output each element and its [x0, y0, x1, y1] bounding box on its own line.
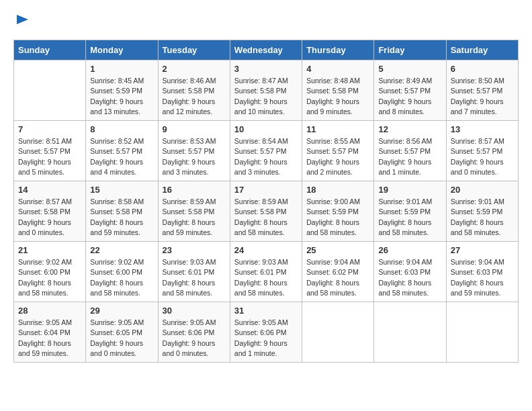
day-info: Sunrise: 9:02 AMSunset: 6:00 PMDaylight:…: [18, 257, 81, 298]
day-info: Sunrise: 8:48 AMSunset: 5:58 PMDaylight:…: [306, 76, 369, 117]
calendar-cell: 8Sunrise: 8:52 AMSunset: 5:57 PMDaylight…: [86, 121, 158, 181]
calendar-cell: 11Sunrise: 8:55 AMSunset: 5:57 PMDayligh…: [302, 121, 374, 181]
column-header-saturday: Saturday: [446, 40, 518, 60]
calendar-cell: 3Sunrise: 8:47 AMSunset: 5:58 PMDaylight…: [230, 60, 302, 121]
day-number: 17: [234, 185, 298, 195]
calendar-cell: 4Sunrise: 8:48 AMSunset: 5:58 PMDaylight…: [302, 60, 374, 121]
day-number: 13: [451, 124, 514, 134]
day-info: Sunrise: 8:45 AMSunset: 5:59 PMDaylight:…: [90, 76, 153, 117]
day-info: Sunrise: 8:57 AMSunset: 5:57 PMDaylight:…: [451, 136, 514, 177]
calendar-cell: 22Sunrise: 9:02 AMSunset: 6:00 PMDayligh…: [86, 242, 158, 302]
day-info: Sunrise: 8:49 AMSunset: 5:57 PMDaylight:…: [378, 76, 441, 117]
calendar-cell: 30Sunrise: 9:05 AMSunset: 6:06 PMDayligh…: [158, 302, 230, 363]
day-number: 29: [90, 306, 153, 316]
calendar-cell: 12Sunrise: 8:56 AMSunset: 5:57 PMDayligh…: [374, 121, 446, 181]
day-info: Sunrise: 9:04 AMSunset: 6:02 PMDaylight:…: [306, 257, 369, 298]
day-info: Sunrise: 8:56 AMSunset: 5:57 PMDaylight:…: [378, 136, 441, 177]
calendar-cell: 7Sunrise: 8:51 AMSunset: 5:57 PMDaylight…: [14, 121, 86, 181]
day-info: Sunrise: 8:46 AMSunset: 5:58 PMDaylight:…: [163, 76, 226, 117]
day-info: Sunrise: 8:53 AMSunset: 5:57 PMDaylight:…: [163, 136, 226, 177]
day-number: 14: [18, 185, 81, 195]
day-info: Sunrise: 9:02 AMSunset: 6:00 PMDaylight:…: [90, 257, 153, 298]
column-header-sunday: Sunday: [14, 40, 86, 60]
day-number: 21: [18, 245, 81, 255]
day-number: 22: [90, 245, 153, 255]
day-number: 26: [378, 245, 441, 255]
calendar-cell: 19Sunrise: 9:01 AMSunset: 5:59 PMDayligh…: [374, 181, 446, 242]
day-number: 31: [234, 306, 298, 316]
day-number: 23: [163, 245, 226, 255]
day-info: Sunrise: 9:05 AMSunset: 6:05 PMDaylight:…: [90, 318, 153, 359]
day-number: 25: [306, 245, 369, 255]
day-info: Sunrise: 9:05 AMSunset: 6:06 PMDaylight:…: [163, 318, 226, 359]
calendar-cell: 31Sunrise: 9:05 AMSunset: 6:06 PMDayligh…: [230, 302, 302, 363]
calendar-cell: 20Sunrise: 9:01 AMSunset: 5:59 PMDayligh…: [446, 181, 518, 242]
logo: [13, 13, 31, 33]
day-info: Sunrise: 9:05 AMSunset: 6:06 PMDaylight:…: [234, 318, 298, 359]
day-info: Sunrise: 8:52 AMSunset: 5:57 PMDaylight:…: [90, 136, 153, 177]
day-number: 3: [234, 64, 298, 74]
calendar-cell: 16Sunrise: 8:59 AMSunset: 5:58 PMDayligh…: [158, 181, 230, 242]
day-number: 19: [378, 185, 441, 195]
calendar-cell: 23Sunrise: 9:03 AMSunset: 6:01 PMDayligh…: [158, 242, 230, 302]
calendar-cell: 25Sunrise: 9:04 AMSunset: 6:02 PMDayligh…: [302, 242, 374, 302]
calendar-cell: 2Sunrise: 8:46 AMSunset: 5:58 PMDaylight…: [158, 60, 230, 121]
day-number: 24: [234, 245, 298, 255]
calendar-cell: [446, 302, 518, 363]
day-number: 28: [18, 306, 81, 316]
column-header-wednesday: Wednesday: [230, 40, 302, 60]
day-number: 27: [451, 245, 514, 255]
calendar-cell: 18Sunrise: 9:00 AMSunset: 5:59 PMDayligh…: [302, 181, 374, 242]
calendar-cell: 14Sunrise: 8:57 AMSunset: 5:58 PMDayligh…: [14, 181, 86, 242]
day-info: Sunrise: 8:55 AMSunset: 5:57 PMDaylight:…: [306, 136, 369, 177]
svg-marker-0: [17, 15, 28, 24]
calendar-cell: [302, 302, 374, 363]
calendar-cell: 29Sunrise: 9:05 AMSunset: 6:05 PMDayligh…: [86, 302, 158, 363]
day-number: 5: [378, 64, 441, 74]
calendar-cell: 21Sunrise: 9:02 AMSunset: 6:00 PMDayligh…: [14, 242, 86, 302]
calendar-cell: 10Sunrise: 8:54 AMSunset: 5:57 PMDayligh…: [230, 121, 302, 181]
day-number: 10: [234, 124, 298, 134]
calendar-cell: 9Sunrise: 8:53 AMSunset: 5:57 PMDaylight…: [158, 121, 230, 181]
day-info: Sunrise: 9:01 AMSunset: 5:59 PMDaylight:…: [378, 197, 441, 238]
calendar-cell: [14, 60, 86, 121]
column-header-monday: Monday: [86, 40, 158, 60]
day-number: 2: [163, 64, 226, 74]
column-header-friday: Friday: [374, 40, 446, 60]
logo-flag-icon: [15, 13, 31, 30]
day-number: 6: [451, 64, 514, 74]
day-number: 8: [90, 124, 153, 134]
day-info: Sunrise: 8:54 AMSunset: 5:57 PMDaylight:…: [234, 136, 298, 177]
day-info: Sunrise: 8:59 AMSunset: 5:58 PMDaylight:…: [234, 197, 298, 238]
day-info: Sunrise: 9:03 AMSunset: 6:01 PMDaylight:…: [163, 257, 226, 298]
day-info: Sunrise: 8:57 AMSunset: 5:58 PMDaylight:…: [18, 197, 81, 238]
day-number: 1: [90, 64, 153, 74]
calendar-cell: 15Sunrise: 8:58 AMSunset: 5:58 PMDayligh…: [86, 181, 158, 242]
calendar-cell: 28Sunrise: 9:05 AMSunset: 6:04 PMDayligh…: [14, 302, 86, 363]
calendar-table: SundayMondayTuesdayWednesdayThursdayFrid…: [13, 40, 519, 363]
column-header-tuesday: Tuesday: [158, 40, 230, 60]
calendar-cell: 24Sunrise: 9:03 AMSunset: 6:01 PMDayligh…: [230, 242, 302, 302]
day-info: Sunrise: 9:00 AMSunset: 5:59 PMDaylight:…: [306, 197, 369, 238]
calendar-cell: 6Sunrise: 8:50 AMSunset: 5:57 PMDaylight…: [446, 60, 518, 121]
day-info: Sunrise: 9:04 AMSunset: 6:03 PMDaylight:…: [451, 257, 514, 298]
calendar-cell: 13Sunrise: 8:57 AMSunset: 5:57 PMDayligh…: [446, 121, 518, 181]
day-number: 7: [18, 124, 81, 134]
calendar-cell: 1Sunrise: 8:45 AMSunset: 5:59 PMDaylight…: [86, 60, 158, 121]
day-number: 9: [163, 124, 226, 134]
day-info: Sunrise: 8:58 AMSunset: 5:58 PMDaylight:…: [90, 197, 153, 238]
day-number: 12: [378, 124, 441, 134]
calendar-cell: 17Sunrise: 8:59 AMSunset: 5:58 PMDayligh…: [230, 181, 302, 242]
day-number: 4: [306, 64, 369, 74]
page-header: [13, 13, 519, 33]
calendar-cell: 27Sunrise: 9:04 AMSunset: 6:03 PMDayligh…: [446, 242, 518, 302]
day-info: Sunrise: 8:51 AMSunset: 5:57 PMDaylight:…: [18, 136, 81, 177]
day-info: Sunrise: 9:04 AMSunset: 6:03 PMDaylight:…: [378, 257, 441, 298]
day-info: Sunrise: 9:01 AMSunset: 5:59 PMDaylight:…: [451, 197, 514, 238]
calendar-cell: 26Sunrise: 9:04 AMSunset: 6:03 PMDayligh…: [374, 242, 446, 302]
calendar-cell: 5Sunrise: 8:49 AMSunset: 5:57 PMDaylight…: [374, 60, 446, 121]
day-number: 18: [306, 185, 369, 195]
day-info: Sunrise: 8:50 AMSunset: 5:57 PMDaylight:…: [451, 76, 514, 117]
day-number: 16: [163, 185, 226, 195]
day-info: Sunrise: 8:59 AMSunset: 5:58 PMDaylight:…: [163, 197, 226, 238]
